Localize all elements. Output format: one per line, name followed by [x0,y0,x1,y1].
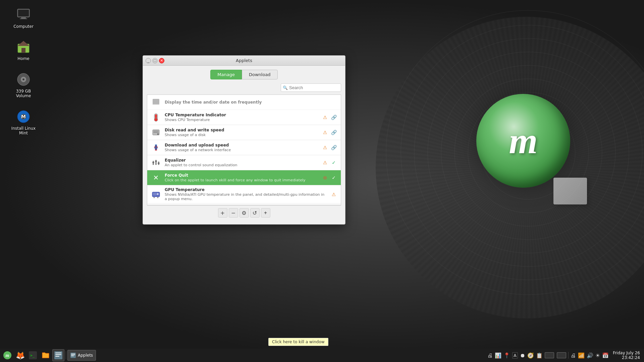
maximize-button[interactable]: □ [152,58,158,63]
link-button[interactable]: 🔗 [330,114,337,121]
reload-button[interactable]: ↺ [250,208,260,218]
list-item[interactable]: CPU Temperature Indicator Shows CPU Temp… [147,110,341,125]
warning-button[interactable]: ⚠ [321,159,329,166]
applet-actions-disk: ⚠ 🔗 [321,129,337,136]
tab-download[interactable]: Download [242,70,278,79]
list-item[interactable]: Disk read and write speed Shows usage of… [147,125,341,140]
svg-rect-44 [154,197,155,198]
tray-virtual-desk2[interactable] [557,352,566,358]
taskbar: m 🦊 >_ [0,349,644,362]
svg-rect-65 [70,353,76,358]
link-button[interactable]: 🔗 [330,129,337,136]
taskbar-mint-menu[interactable]: m [1,349,13,361]
applet-info-cpu-temp: CPU Temperature Indicator Shows CPU Temp… [165,113,319,122]
taskbar-separator [66,351,66,359]
close-button[interactable]: ✕ [159,58,164,63]
tray-icon-record[interactable]: ⏺ [520,352,525,359]
svg-rect-64 [55,356,59,357]
svg-rect-66 [71,354,75,354]
taskbar-terminal[interactable]: >_ [27,349,39,361]
warning-button[interactable]: ⚠ [330,191,337,198]
tray-icon-font[interactable]: A [512,352,518,359]
desktop-icon-volume[interactable]: 339 GB Volume [10,71,37,99]
taskbar-applet-mgr[interactable] [52,349,64,361]
tray-icon-clip[interactable]: 📋 [536,352,543,359]
configure-button[interactable]: ⚙ [239,208,249,218]
volume-icon-label: 339 GB Volume [10,89,37,99]
applet-info-fq: Force Quit Click on the applet to launch… [165,173,319,182]
svg-point-8 [495,119,562,186]
tray-icon-brightness[interactable]: ☀ [595,352,600,359]
svg-text:M: M [21,114,26,119]
minus-circle-button[interactable]: ⊖ [321,174,329,181]
gpu-icon [151,189,161,200]
applet-name-net: Download and upload speed [165,143,319,147]
desktop-icon-install[interactable]: M Install Linux Mint [10,109,37,136]
taskbar-files[interactable] [40,349,52,361]
remove-button[interactable]: − [229,208,238,218]
tray-icon-wifi[interactable]: 📶 [578,352,585,359]
desktop-icon-computer[interactable]: Computer [10,7,37,29]
applet-desc-eq: An applet to control sound equalization [165,163,319,167]
home-icon-label: Home [17,56,29,61]
link-button[interactable]: 🔗 [330,144,337,151]
svg-rect-68 [71,356,74,356]
list-item[interactable]: Download and upload speed Shows usage of… [147,140,341,155]
warning-button[interactable]: ⚠ [321,114,329,121]
applet-actions-net: ⚠ 🔗 [321,144,337,151]
desktop-icons: Computer Home 3 [10,7,37,135]
tray-icon-volume[interactable]: 🔊 [587,352,593,359]
minimize-button[interactable]: _ [146,58,151,63]
more-button[interactable]: + [261,208,270,218]
list-item[interactable]: ✕ Force Quit Click on the applet to laun… [147,170,341,185]
svg-point-19 [23,79,24,80]
tray-icon-calendar[interactable]: 📅 [602,352,609,359]
bottom-toolbar: + − ⚙ ↺ + [147,205,341,220]
svg-rect-67 [71,355,75,355]
svg-text:>_: >_ [30,353,35,358]
disk-icon [151,127,161,138]
list-item[interactable]: GPU Temperature Shows NVidia/ATI GPU tem… [147,185,341,203]
applet-name-eq: Equalizer [165,158,319,163]
tray-virtual-desk[interactable] [545,352,554,358]
clock-day-date: Friday July 26 [613,351,640,355]
warning-button[interactable]: ⚠ [321,129,329,136]
svg-rect-12 [20,18,27,19]
check-button[interactable]: ✓ [330,159,337,166]
tray-icon-printer[interactable]: 🖨 [571,352,576,359]
applet-actions-cpu-temp: ⚠ 🔗 [321,114,337,121]
system-tray: 🖨 📊 📍 A ⏺ 🧭 📋 🖨 📶 🔊 ☀ 📅 [487,352,609,359]
clock[interactable]: Friday July 26 23:42:24 [613,351,640,360]
svg-point-4 [441,65,615,240]
search-bar: 🔍 [147,83,341,92]
tray-icon-print[interactable]: 🖨 [487,352,493,359]
desktop-icon-home[interactable]: Home [10,39,37,61]
list-item[interactable]: Equalizer An applet to control sound equ… [147,155,341,170]
add-button[interactable]: + [218,208,227,218]
kill-window-tooltip: Click here to kill a window [268,338,328,346]
warning-button[interactable]: ⚠ [321,144,329,151]
svg-rect-40 [158,163,160,164]
svg-point-7 [481,106,575,199]
net-icon [151,142,161,153]
applet-name-gpu: GPU Temperature [165,187,327,192]
svg-point-0 [386,10,644,295]
tray-icon-nav[interactable]: 🧭 [527,352,534,359]
tray-icon-pin[interactable]: 📍 [503,352,510,359]
tab-manage[interactable]: Manage [210,70,242,79]
taskbar-firefox[interactable]: 🦊 [14,349,26,361]
svg-point-6 [468,92,589,213]
svg-rect-31 [153,132,159,133]
taskbar-active-window[interactable]: Applets [67,350,96,361]
applets-list: Display the time and/or date on frequent… [147,95,341,205]
applet-info-disk: Disk read and write speed Shows usage of… [165,128,319,137]
tray-icon-bar[interactable]: 📊 [495,352,501,359]
svg-rect-61 [54,351,62,359]
volume-icon [15,71,32,87]
list-item[interactable]: Display the time and/or date on frequent… [147,95,341,110]
install-icon-label: Install Linux Mint [10,126,37,136]
computer-icon [15,7,32,23]
search-input[interactable] [281,83,341,92]
svg-rect-42 [153,193,156,195]
check-button[interactable]: ✓ [330,174,337,181]
